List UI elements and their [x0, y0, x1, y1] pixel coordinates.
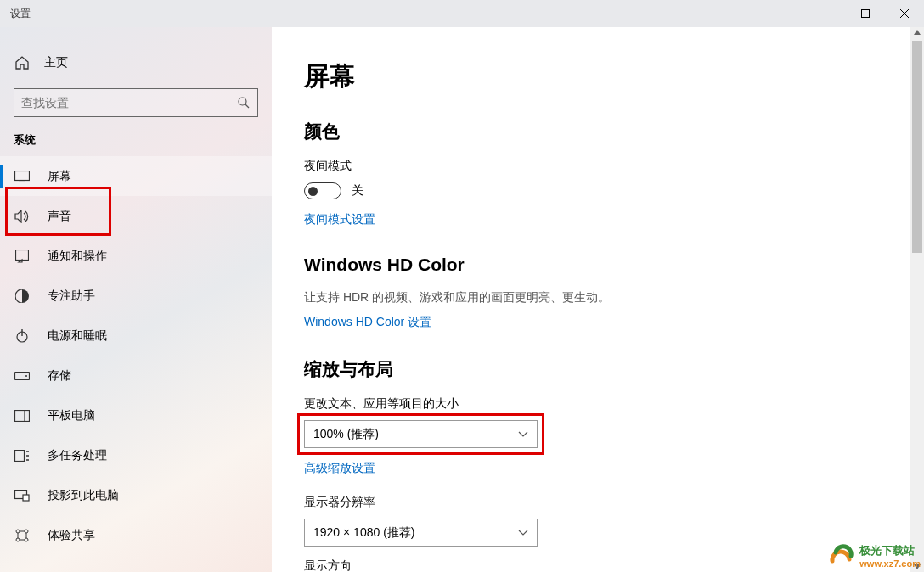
page-title: 屏幕: [304, 59, 890, 94]
sidebar-item-label: 通知和操作: [48, 249, 107, 264]
svg-point-7: [25, 375, 27, 377]
sidebar-item-label: 多任务处理: [48, 448, 107, 463]
advanced-scale-link[interactable]: 高级缩放设置: [304, 461, 375, 476]
svg-rect-4: [16, 250, 29, 260]
sidebar-item-share[interactable]: 体验共享: [0, 515, 272, 555]
titlebar: 设置: [0, 0, 924, 27]
sidebar-item-label: 体验共享: [48, 528, 95, 543]
svg-rect-1: [862, 10, 870, 18]
home-button[interactable]: 主页: [0, 48, 272, 78]
sidebar-item-label: 声音: [48, 209, 71, 224]
sidebar-item-label: 屏幕: [48, 169, 71, 184]
sidebar-item-project[interactable]: 投影到此电脑: [0, 475, 272, 515]
home-icon: [14, 54, 31, 71]
home-label: 主页: [44, 55, 68, 70]
tablet-icon: [14, 407, 31, 424]
svg-point-14: [16, 538, 20, 541]
section-color-heading: 颜色: [304, 120, 890, 143]
storage-icon: [14, 367, 31, 384]
scale-size-label: 更改文本、应用等项目的大小: [304, 396, 890, 412]
maximize-button[interactable]: [846, 0, 885, 27]
scale-size-value: 100% (推荐): [313, 427, 379, 442]
watermark-logo-icon: [827, 544, 856, 568]
minimize-button[interactable]: [807, 0, 846, 27]
scale-size-dropdown[interactable]: 100% (推荐): [304, 420, 538, 448]
svg-point-12: [16, 530, 20, 533]
watermark-text-1: 极光下载站: [859, 543, 921, 558]
svg-point-13: [25, 530, 28, 533]
project-icon: [14, 487, 31, 504]
sidebar-item-label: 投影到此电脑: [48, 488, 119, 503]
resolution-label: 显示器分辨率: [304, 495, 890, 510]
sidebar-item-display[interactable]: 屏幕: [0, 156, 272, 196]
sidebar-item-tablet[interactable]: 平板电脑: [0, 395, 272, 435]
sidebar-item-label: 专注助手: [48, 289, 95, 304]
svg-rect-11: [23, 495, 29, 501]
sidebar-item-power[interactable]: 电源和睡眠: [0, 316, 272, 356]
display-icon: [14, 168, 31, 185]
hd-settings-link[interactable]: Windows HD Color 设置: [304, 315, 431, 330]
svg-rect-8: [15, 410, 30, 421]
scrollbar-track[interactable]: [910, 27, 924, 572]
hd-description: 让支持 HDR 的视频、游戏和应用的画面更明亮、更生动。: [304, 290, 890, 306]
search-input[interactable]: [14, 88, 258, 117]
chevron-down-icon: [518, 530, 528, 536]
scrollbar-thumb[interactable]: [912, 41, 922, 253]
search-icon: [237, 96, 251, 109]
sidebar-item-focus[interactable]: 专注助手: [0, 276, 272, 316]
sidebar-item-storage[interactable]: 存储: [0, 356, 272, 395]
notification-icon: [14, 248, 31, 265]
night-mode-toggle[interactable]: [304, 182, 341, 199]
sidebar-item-label: 电源和睡眠: [48, 328, 107, 344]
sidebar-item-label: 存储: [48, 368, 71, 384]
watermark-text-2: www.xz7.com: [859, 558, 921, 569]
svg-point-2: [239, 98, 246, 105]
focus-icon: [14, 288, 31, 305]
resolution-dropdown[interactable]: 1920 × 1080 (推荐): [304, 519, 538, 547]
svg-point-15: [25, 538, 28, 541]
multitask-icon: [14, 447, 31, 464]
orientation-label: 显示方向: [304, 558, 890, 572]
sidebar-item-multitask[interactable]: 多任务处理: [0, 435, 272, 475]
power-icon: [14, 328, 31, 345]
sound-icon: [14, 208, 31, 225]
close-button[interactable]: [885, 0, 924, 27]
toggle-knob: [308, 187, 318, 196]
section-label: 系统: [0, 132, 272, 156]
watermark: 极光下载站 www.xz7.com: [827, 543, 921, 569]
chevron-down-icon: [518, 431, 528, 438]
section-scale-heading: 缩放与布局: [304, 357, 890, 381]
svg-rect-9: [15, 450, 25, 461]
search-field[interactable]: [21, 96, 237, 109]
window-title: 设置: [0, 7, 31, 21]
sidebar-item-notifications[interactable]: 通知和操作: [0, 236, 272, 276]
svg-rect-0: [822, 14, 831, 14]
svg-rect-3: [15, 171, 30, 180]
sidebar-item-sound[interactable]: 声音: [0, 196, 272, 236]
night-mode-settings-link[interactable]: 夜间模式设置: [304, 212, 375, 227]
section-hd-heading: Windows HD Color: [304, 255, 890, 275]
toggle-state-label: 关: [352, 183, 363, 199]
main-content: 屏幕 颜色 夜间模式 关 夜间模式设置 Windows HD Color 让支持…: [272, 27, 924, 572]
share-icon: [14, 527, 31, 544]
scroll-up-icon[interactable]: [913, 29, 921, 36]
sidebar: 主页 系统 屏幕 声音 通知和操作 专注助手 电源和睡眠 存储: [0, 27, 272, 572]
resolution-value: 1920 × 1080 (推荐): [313, 525, 414, 541]
night-mode-label: 夜间模式: [304, 159, 890, 174]
sidebar-item-label: 平板电脑: [48, 408, 95, 423]
